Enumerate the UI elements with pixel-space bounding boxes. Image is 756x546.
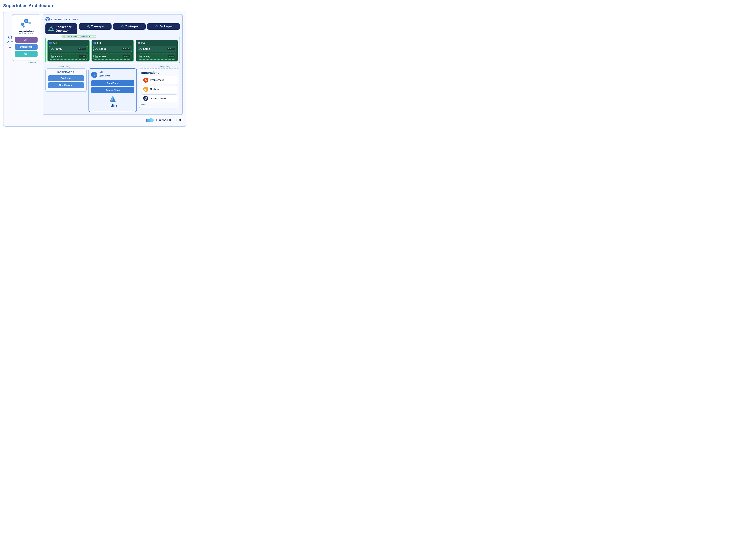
svg-point-40: [95, 43, 95, 43]
pod-header-3: Pod: [138, 42, 176, 44]
svg-point-2: [25, 20, 27, 22]
control-plane-button[interactable]: Control Plane: [91, 87, 134, 93]
page-title: Supertubes Architecture: [3, 3, 186, 8]
svg-point-0: [9, 36, 12, 39]
zk-operator-box: Zookeeper Operator: [45, 23, 77, 34]
prometheus-icon: [143, 78, 148, 83]
svg-rect-38: [53, 56, 54, 58]
svg-line-18: [47, 20, 47, 20]
svg-point-52: [139, 49, 140, 50]
svg-line-44: [96, 49, 97, 49]
svg-point-33: [53, 49, 54, 50]
dashboard-button[interactable]: Dashboard: [15, 44, 38, 50]
proxy-n-tag: Proxy-n: [168, 55, 175, 58]
svg-point-51: [140, 48, 141, 49]
svg-line-34: [51, 49, 52, 49]
svg-rect-47: [96, 56, 97, 58]
svg-point-42: [95, 49, 96, 50]
user-icon: [7, 35, 14, 45]
svg-rect-58: [141, 56, 142, 58]
svg-line-15: [47, 18, 47, 19]
svg-point-53: [141, 49, 142, 50]
banzai-text: BANZAICLOUD: [156, 118, 183, 122]
envoy-box-3: Envoy Proxy-n: [138, 53, 176, 60]
install-manage-label: Install & Manage: [58, 66, 71, 68]
top-section: Zookeeper Operator Zookeep: [45, 23, 180, 34]
grafana-label: Grafana: [150, 88, 159, 91]
grafana-icon: [143, 87, 148, 92]
outer-layout: →: [7, 14, 183, 115]
footer: BANZAICLOUD: [7, 117, 183, 123]
kafka-broker-box-3: kafka Broker-n: [138, 46, 176, 52]
svg-rect-37: [52, 56, 53, 58]
svg-point-32: [51, 49, 52, 50]
kafka-pod-3: Pod: [136, 40, 178, 62]
supertubes-name: supertubes: [15, 30, 38, 33]
supertubes-sub: BY BANZAI CLOUD: [15, 33, 38, 35]
cruise-item: CRUISE CONTROL: [141, 95, 177, 102]
grafana-item: Grafana: [141, 85, 177, 93]
svg-point-30: [50, 43, 51, 43]
controller-button[interactable]: Controller: [48, 75, 84, 81]
svg-point-41: [96, 48, 97, 49]
svg-point-50: [139, 43, 139, 43]
left-col: →: [7, 14, 40, 115]
kafka-pod-1: Pod: [47, 40, 90, 62]
svg-point-61: [145, 89, 146, 90]
bottom-section: KOPERATOR Controller Alert Manager io: [45, 68, 180, 112]
zk-node-1: Zookeeper: [79, 23, 112, 30]
broker-02-tag: Broker-02: [122, 48, 130, 50]
banzai-logo: BANZAICLOUD: [145, 117, 183, 123]
istio-logo-area: Istio: [91, 94, 134, 109]
integrations-box: Integrations: [139, 68, 180, 108]
metrics-label: Metrics: [141, 104, 177, 106]
pod-header-1: Pod: [49, 42, 88, 44]
svg-point-65: [145, 98, 146, 99]
pod-header-2: Pod: [93, 42, 132, 44]
supertubes-logo: supertubes BY BANZAI CLOUD: [15, 17, 38, 35]
kafka-section: 🔒 Kafka Broker Communication via TLS: [45, 37, 180, 63]
page-wrapper: Supertubes Architecture →: [3, 3, 186, 127]
prometheus-label: Prometheus: [150, 79, 164, 82]
alert-manager-button[interactable]: Alert Manager: [48, 82, 84, 88]
svg-point-31: [52, 48, 53, 49]
istio-op-title: istiooperator: [99, 71, 110, 77]
proxy-02-tag: Proxy-02: [123, 55, 130, 58]
k8s-header: KUBERNETES CLUSTER: [45, 17, 180, 21]
envoy-box-1: Envoy Proxy-01: [49, 53, 88, 60]
proxy-01-tag: Proxy-01: [79, 55, 86, 58]
koperator-title: KOPERATOR: [48, 71, 84, 74]
svg-line-45: [97, 49, 97, 49]
tls-label: 🔒 Kafka Broker Communication via TLS: [62, 35, 96, 38]
svg-rect-48: [97, 56, 98, 58]
k8s-cluster: KUBERNETES CLUSTER: [43, 14, 183, 115]
zk-node-3: Zookeeper: [147, 23, 180, 30]
integrations-title: Integrations: [141, 71, 177, 75]
supertubes-panel: supertubes BY BANZAI CLOUD API Dashboard…: [12, 14, 40, 61]
kafka-broker-box-2: kafka Broker-02: [93, 46, 132, 52]
k8s-icon: [45, 17, 50, 21]
zk-nodes: Zookeeper Zookeeper: [79, 23, 180, 30]
istio-operator-box: io istiooperator BY BANZAI CLOUD Data Pl…: [89, 68, 137, 112]
envoy-box-2: Envoy Proxy-02: [93, 53, 132, 60]
svg-line-63: [146, 90, 147, 90]
istio-op-sub: BY BANZAI CLOUD: [99, 77, 110, 79]
prometheus-item: Prometheus: [141, 76, 177, 84]
kafka-broker-box-1: kafka Broker-01: [49, 46, 88, 52]
configure-label: Configure: [28, 62, 36, 63]
zk-operator-text: Zookeeper Operator: [56, 25, 71, 32]
broker-n-tag: Broker-n: [167, 48, 175, 50]
data-plane-button[interactable]: Data Plane: [91, 80, 134, 86]
user-to-supertubes-arrow: →: [8, 45, 12, 50]
cruise-label: CRUISE CONTROL: [150, 97, 167, 100]
istio-op-header: io istiooperator BY BANZAI CLOUD: [91, 71, 134, 79]
tls-border: 🔒 Kafka Broker Communication via TLS: [45, 37, 180, 63]
istio-op-icon: io: [91, 72, 97, 78]
svg-line-17: [48, 18, 49, 19]
cli-button[interactable]: CLI: [15, 51, 38, 57]
right-col: KUBERNETES CLUSTER: [43, 14, 183, 115]
api-button[interactable]: API: [15, 37, 38, 43]
svg-line-16: [48, 20, 49, 20]
istio-logo-text: Istio: [91, 103, 134, 108]
svg-point-43: [97, 49, 98, 50]
